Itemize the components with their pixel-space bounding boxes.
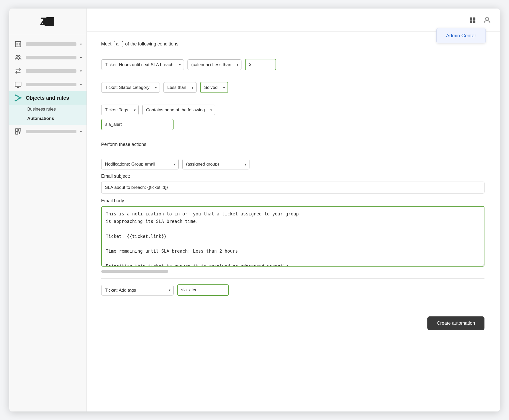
divider-1: [101, 53, 484, 53]
sidebar-subitem-automations[interactable]: Automations: [9, 114, 87, 123]
svg-rect-2: [17, 43, 17, 44]
user-profile-icon[interactable]: [482, 15, 492, 25]
action-1-value-wrapper[interactable]: (assigned group): [182, 159, 249, 169]
condition-2-operator-wrapper[interactable]: Less than: [163, 82, 197, 93]
apps-icon: [14, 127, 22, 136]
condition-1-operator-wrapper[interactable]: (calendar) Less than: [187, 59, 241, 70]
condition-3-operator-wrapper[interactable]: Contains none of the following: [142, 105, 215, 115]
action-row-2: Ticket: Add tags: [101, 284, 484, 296]
svg-point-19: [485, 17, 488, 20]
admin-center-dropdown: Admin Center: [436, 28, 485, 43]
buildings-icon: [14, 40, 22, 48]
action-2-field-select[interactable]: Ticket: Add tags: [101, 285, 174, 295]
email-subject-input[interactable]: [101, 182, 484, 193]
svg-rect-12: [15, 129, 18, 131]
divider-7: [101, 306, 484, 306]
email-body-label: Email body:: [101, 198, 484, 204]
sidebar-item-routing[interactable]: ▾: [9, 64, 87, 78]
chevron-down-icon-5: ▾: [80, 129, 82, 134]
routing-icon: [14, 67, 22, 75]
display-icon: [14, 80, 22, 89]
chevron-down-icon-3: ▾: [80, 69, 82, 73]
condition-1-field-select[interactable]: Ticket: Hours until next SLA breach: [101, 59, 184, 70]
users-icon: [14, 53, 22, 62]
sidebar-subnav: Business rules Automations: [9, 105, 87, 125]
svg-point-11: [14, 100, 16, 101]
objects-rules-label: Objects and rules: [26, 95, 82, 101]
action-row-1: Notifications: Group email (assigned gro…: [101, 159, 484, 169]
condition-3-tags-row: [101, 119, 484, 130]
svg-rect-17: [470, 20, 472, 23]
zendesk-logo: Z: [37, 15, 58, 28]
condition-row-1: Ticket: Hours until next SLA breach (cal…: [101, 59, 484, 70]
svg-rect-13: [18, 129, 21, 131]
sidebar-item-buildings-label: [26, 42, 76, 46]
sidebar-item-users[interactable]: ▾: [9, 51, 87, 64]
svg-rect-4: [17, 44, 17, 45]
svg-rect-1: [15, 42, 21, 47]
condition-1-operator-select[interactable]: (calendar) Less than: [187, 59, 241, 70]
sidebar-subitem-business-rules[interactable]: Business rules: [9, 105, 87, 114]
svg-rect-5: [19, 44, 20, 45]
divider-5: [101, 153, 484, 153]
condition-3-field-wrapper[interactable]: Ticket: Tags: [101, 105, 139, 115]
action-1-field-wrapper[interactable]: Notifications: Group email: [101, 159, 179, 169]
grid-icon[interactable]: [467, 15, 478, 25]
svg-rect-16: [473, 17, 475, 20]
chevron-down-icon: ▾: [80, 42, 82, 46]
action-1-field-select[interactable]: Notifications: Group email: [101, 159, 179, 169]
sidebar-item-display-label: [26, 83, 76, 86]
svg-rect-3: [19, 43, 20, 44]
svg-rect-14: [15, 132, 18, 134]
actions-header: Perform these actions:: [101, 142, 484, 147]
condition-3-field-select[interactable]: Ticket: Tags: [101, 105, 139, 115]
sidebar-item-users-label: [26, 56, 76, 59]
admin-center-link[interactable]: Admin Center: [446, 33, 476, 38]
divider-4: [101, 136, 484, 136]
sidebar-item-apps-label: [26, 130, 76, 133]
action-2-field-wrapper[interactable]: Ticket: Add tags: [101, 285, 174, 295]
svg-point-10: [20, 97, 21, 98]
condition-1-value-input[interactable]: [245, 59, 276, 70]
footer-actions: Create automation: [101, 312, 484, 330]
condition-row-2: Ticket: Status category Less than Solved: [101, 82, 484, 93]
svg-text:Z: Z: [40, 15, 47, 27]
divider-3: [101, 99, 484, 99]
condition-2-value-select[interactable]: Solved: [200, 82, 228, 93]
divider-2: [101, 76, 484, 76]
all-badge[interactable]: all: [114, 41, 123, 47]
create-automation-button[interactable]: Create automation: [427, 316, 484, 330]
condition-2-operator-select[interactable]: Less than: [163, 82, 197, 93]
condition-1-field-wrapper[interactable]: Ticket: Hours until next SLA breach: [101, 59, 184, 70]
objects-rules-icon: [14, 94, 22, 102]
email-subject-label: Email subject:: [101, 174, 484, 179]
scrollbar-stub: [101, 270, 168, 273]
condition-row-3: Ticket: Tags Contains none of the follow…: [101, 105, 484, 115]
svg-rect-8: [15, 82, 21, 86]
condition-2-field-wrapper[interactable]: Ticket: Status category: [101, 82, 160, 93]
condition-2-field-select[interactable]: Ticket: Status category: [101, 82, 160, 93]
chevron-down-icon-4: ▾: [80, 82, 82, 87]
sidebar: Z ▾: [9, 9, 87, 411]
sidebar-item-display[interactable]: ▾: [9, 78, 87, 91]
sidebar-logo: Z: [9, 9, 87, 34]
email-body-textarea[interactable]: This is a notification to inform you tha…: [101, 206, 484, 267]
sidebar-item-routing-label: [26, 69, 76, 73]
divider-6: [101, 278, 484, 279]
action-1-value-select[interactable]: (assigned group): [182, 159, 249, 169]
sidebar-item-buildings[interactable]: ▾: [9, 37, 87, 51]
sidebar-item-apps[interactable]: ▾: [9, 125, 87, 138]
svg-point-7: [18, 56, 20, 57]
condition-3-tag-input[interactable]: [101, 119, 174, 130]
sidebar-item-objects[interactable]: Objects and rules: [9, 91, 87, 105]
sidebar-nav: ▾ ▾: [9, 34, 87, 411]
svg-point-6: [16, 56, 18, 57]
svg-rect-18: [473, 20, 475, 23]
main-content: Meet all of the following conditions: Ti…: [87, 32, 500, 411]
action-2-value-input[interactable]: [177, 284, 229, 296]
condition-2-value-wrapper[interactable]: Solved: [200, 82, 228, 93]
svg-point-9: [14, 95, 16, 96]
svg-rect-15: [470, 17, 472, 20]
condition-3-operator-select[interactable]: Contains none of the following: [142, 105, 215, 115]
conditions-header: Meet all of the following conditions:: [101, 41, 484, 47]
